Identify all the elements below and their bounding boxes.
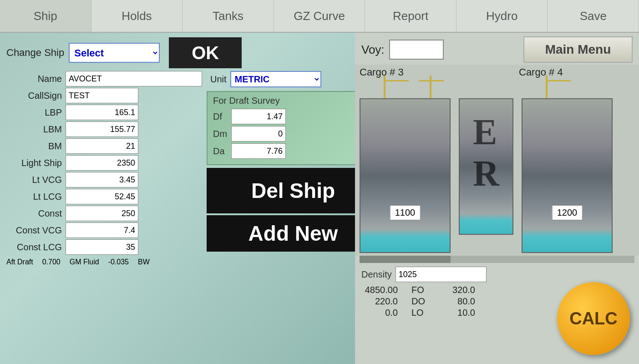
name-row: Name: [6, 71, 202, 86]
da-input[interactable]: [231, 143, 286, 159]
val2-0: 320.0: [443, 285, 475, 295]
light-ship-label: Light Ship: [6, 158, 66, 168]
nav-holds[interactable]: Holds: [91, 0, 183, 32]
lbm-row: LBM: [6, 121, 202, 137]
light-ship-row: Light Ship: [6, 155, 202, 171]
dm-label: Dm: [213, 129, 231, 139]
nav-tanks[interactable]: Tanks: [183, 0, 274, 32]
left-panel: Change Ship Select OK Name CallSign: [0, 33, 355, 364]
callsign-input[interactable]: [66, 88, 138, 103]
change-ship-row: Change Ship Select OK: [6, 37, 349, 68]
calc-button[interactable]: CALC: [557, 282, 630, 355]
add-new-button[interactable]: Add New: [207, 215, 380, 252]
lt-lcg-row: Lt LCG: [6, 189, 202, 204]
nav-ship[interactable]: Ship: [0, 0, 91, 32]
top-navigation: Ship Holds Tanks GZ Curve Report Hydro S…: [0, 0, 639, 33]
cargo4-hold: 1200: [522, 80, 617, 253]
del-ship-button[interactable]: Del Ship: [207, 168, 380, 213]
lbm-input[interactable]: [66, 121, 138, 137]
lbp-label: LBP: [6, 107, 66, 118]
const-row: Const: [6, 206, 202, 221]
gm-fluid-value: -0.035: [108, 258, 129, 266]
name-input[interactable]: [66, 71, 202, 86]
unit-label: Unit: [210, 74, 227, 85]
val1-1: 220.0: [361, 296, 398, 307]
nav-hydro[interactable]: Hydro: [456, 0, 548, 32]
hold4-value: 1200: [552, 205, 583, 220]
draft-survey-box: For Draft Survey Df Dm Da: [207, 91, 361, 165]
nav-save[interactable]: Save: [548, 0, 639, 32]
label-1: DO: [411, 296, 430, 307]
const-vcg-row: Const VCG: [6, 222, 202, 238]
df-row: Df: [213, 109, 355, 124]
da-row: Da: [213, 143, 355, 159]
name-label: Name: [6, 74, 66, 84]
lbp-input[interactable]: [66, 105, 138, 120]
const-vcg-label: Const VCG: [6, 225, 66, 236]
form-left-col: Name CallSign LBP LBM: [6, 71, 202, 266]
unit-select[interactable]: METRIC: [230, 71, 321, 87]
voy-label: Voy:: [361, 43, 385, 57]
nav-report[interactable]: Report: [365, 0, 456, 32]
density-label: Density: [361, 269, 392, 280]
hold3-value: 1100: [390, 205, 421, 220]
holds-row: 1100 ER 1200: [355, 78, 639, 255]
nav-gz-curve[interactable]: GZ Curve: [274, 0, 365, 32]
lbm-label: LBM: [6, 124, 66, 135]
mast-left-3: [384, 76, 385, 101]
bw-label: BW: [138, 258, 150, 266]
lt-lcg-label: Lt LCG: [6, 192, 66, 202]
label-2: LO: [411, 308, 430, 318]
mast-right-3: [430, 76, 431, 101]
label-0: FO: [411, 285, 430, 295]
dm-input[interactable]: [231, 126, 286, 142]
bm-input[interactable]: [66, 138, 138, 154]
er-graphic: ER: [459, 98, 513, 235]
const-lcg-row: Const LCG: [6, 239, 202, 255]
mast-arm-4: [546, 80, 571, 81]
lt-vcg-label: Lt VCG: [6, 175, 66, 185]
ok-button[interactable]: OK: [169, 37, 242, 68]
cargo3-header: Cargo # 3: [360, 66, 455, 78]
cargo3-hold: 1100: [360, 80, 455, 253]
draft-survey-title: For Draft Survey: [213, 96, 355, 106]
mast-arm-3: [384, 80, 409, 81]
val1-0: 4850.00: [361, 285, 398, 295]
right-panel: Voy: Main Menu Cargo # 3 Cargo # 4: [355, 33, 639, 364]
aft-draft-label: Aft Draft: [6, 258, 33, 266]
df-label: Df: [213, 111, 231, 122]
lt-vcg-input[interactable]: [66, 172, 138, 187]
main-content: Change Ship Select OK Name CallSign: [0, 33, 639, 364]
horizontal-scrollbar[interactable]: [360, 256, 634, 263]
const-label: Const: [6, 208, 66, 219]
bm-label: BM: [6, 141, 66, 152]
callsign-label: CallSign: [6, 91, 66, 101]
mast-arm-r3: [419, 80, 444, 81]
bottom-info-row: Aft Draft 0.700 GM Fluid -0.035 BW: [6, 258, 202, 266]
scrollbar-thumb[interactable]: [360, 256, 451, 263]
df-input[interactable]: [231, 109, 286, 124]
ship-select[interactable]: Select: [69, 43, 160, 63]
cargo-labels-row: Cargo # 3 Cargo # 4: [355, 65, 639, 78]
voy-input[interactable]: [389, 40, 444, 60]
change-ship-label: Change Ship: [6, 47, 64, 59]
form-right-col: Unit METRIC For Draft Survey Df Dm: [207, 71, 380, 266]
hold4-graphic: 1200: [522, 98, 613, 253]
val1-2: 0.0: [361, 308, 398, 318]
bm-row: BM: [6, 138, 202, 154]
light-ship-input[interactable]: [66, 155, 138, 171]
aft-draft-value: 0.700: [42, 258, 61, 266]
const-vcg-input[interactable]: [66, 222, 138, 238]
density-input[interactable]: [396, 267, 487, 282]
unit-row: Unit METRIC: [207, 71, 380, 87]
const-input[interactable]: [66, 206, 138, 221]
gm-fluid-label: GM Fluid: [70, 258, 99, 266]
ship-diagram: Cargo # 3 Cargo # 4 1100: [355, 65, 639, 256]
const-lcg-input[interactable]: [66, 239, 138, 255]
main-menu-button[interactable]: Main Menu: [523, 36, 633, 63]
callsign-row: CallSign: [6, 88, 202, 103]
cargo4-header: Cargo # 4: [519, 66, 614, 78]
mast-left-4: [546, 76, 548, 101]
lt-lcg-input[interactable]: [66, 189, 138, 204]
density-row: Density: [361, 267, 633, 282]
